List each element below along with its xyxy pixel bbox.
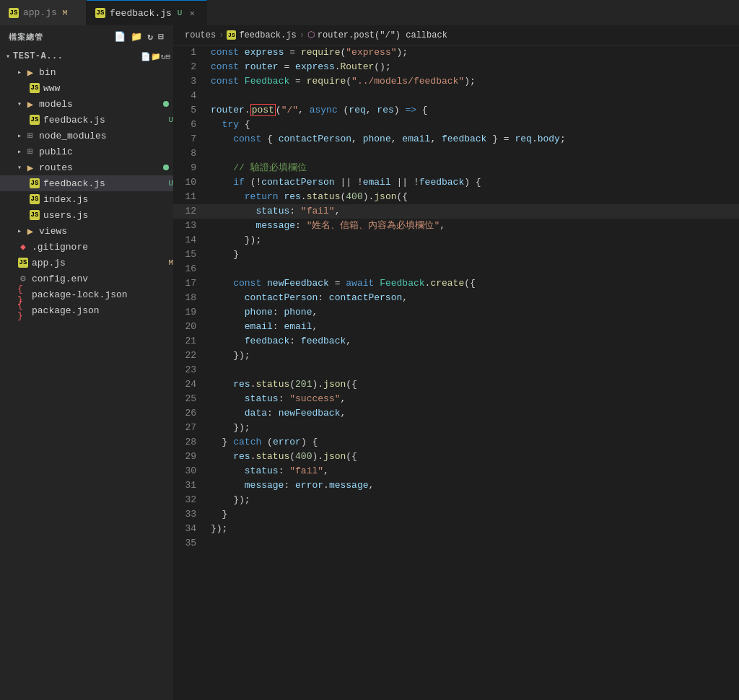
sidebar-item-views[interactable]: ▸ ▶ views	[0, 223, 173, 239]
line-content: });	[208, 493, 739, 507]
line-number: 18	[173, 291, 208, 305]
git-icon: ◆	[17, 241, 29, 253]
line-number: 34	[173, 522, 208, 536]
line-content: email: email,	[208, 320, 739, 334]
line-number: 4	[173, 89, 208, 103]
line-number: 14	[173, 233, 208, 248]
git-badge: M	[168, 258, 173, 267]
sidebar-item-www[interactable]: JS www	[0, 80, 173, 96]
sidebar-item-gitignore[interactable]: ◆ .gitignore	[0, 239, 173, 255]
json-icon: { }	[17, 289, 29, 300]
line-number: 11	[173, 190, 208, 204]
line-number: 17	[173, 276, 208, 291]
code-line: 34 });	[173, 522, 739, 536]
main-layout: 檔案總管 📄 📁 ↻ ⊟ ▾ TEST-A... 📄 📁 ↻ ⊟	[0, 25, 739, 700]
sidebar-item-label: routes	[39, 162, 163, 173]
line-number: 7	[173, 132, 208, 146]
breadcrumb-func: router.post("/") callback	[318, 30, 447, 40]
line-number: 22	[173, 349, 208, 363]
tab-label: app.js	[23, 7, 57, 18]
code-editor[interactable]: 1 const express = require("express"); 2 …	[173, 45, 739, 700]
config-icon: ⚙	[17, 273, 29, 284]
code-line: 15 }	[173, 248, 739, 262]
sidebar-item-public[interactable]: ▸ ⊞ public	[0, 144, 173, 159]
line-number: 9	[173, 161, 208, 175]
new-file-icon[interactable]: 📄	[141, 52, 151, 61]
sidebar-item-label: package.json	[32, 305, 173, 316]
sidebar-item-feedback-route[interactable]: JS feedback.js U	[0, 175, 173, 191]
line-content: res.status(201).json({	[208, 377, 739, 392]
line-content: status: "fail",	[208, 464, 739, 478]
line-number: 30	[173, 464, 208, 478]
new-folder-icon[interactable]: 📁	[151, 52, 161, 61]
line-content: res.status(400).json({	[208, 450, 739, 464]
sidebar-item-bin[interactable]: ▸ ▶ bin	[0, 64, 173, 80]
code-line: 24 res.status(201).json({	[173, 377, 739, 392]
code-line: 16	[173, 262, 739, 276]
code-line: 1 const express = require("express");	[173, 45, 739, 60]
line-number: 1	[173, 45, 208, 60]
line-number: 20	[173, 320, 208, 334]
chevron-down-icon: ▾	[17, 163, 22, 172]
code-line: 33 }	[173, 507, 739, 522]
sidebar-item-label: .gitignore	[32, 242, 173, 253]
sidebar-item-label: node_modules	[39, 131, 173, 141]
new-folder-icon[interactable]: 📁	[131, 31, 143, 43]
line-number: 25	[173, 392, 208, 406]
collapse-icon[interactable]: ⊟	[158, 31, 165, 43]
tab-app-js[interactable]: JS app.js M	[0, 0, 87, 25]
sidebar-item-label: models	[39, 99, 163, 110]
refresh-icon2[interactable]: ↻	[161, 52, 166, 61]
sidebar-title: 檔案總管	[9, 32, 43, 43]
folder-icon: ▶	[25, 162, 36, 173]
code-line: 18 contactPerson: contactPerson,	[173, 291, 739, 305]
code-line: 22 });	[173, 349, 739, 363]
code-line: 20 email: email,	[173, 320, 739, 334]
sidebar-item-label: feedback.js	[43, 115, 165, 126]
chevron-right-icon: ▸	[17, 131, 22, 140]
tab-close-button[interactable]: ✕	[186, 7, 198, 19]
line-number: 29	[173, 450, 208, 464]
sidebar-root[interactable]: ▾ TEST-A... 📄 📁 ↻ ⊟	[0, 48, 173, 64]
line-content: const express = require("express");	[208, 45, 739, 60]
git-badge: U	[168, 179, 173, 188]
new-file-icon[interactable]: 📄	[114, 31, 126, 43]
grid-icon: ⊞	[25, 130, 36, 141]
sidebar-item-feedback-model[interactable]: JS feedback.js U	[0, 112, 173, 128]
code-line: 5 router.post("/", async (req, res) => {	[173, 103, 739, 118]
sidebar-item-label: config.env	[32, 274, 173, 284]
sidebar-item-models[interactable]: ▾ ▶ models	[0, 96, 173, 112]
sidebar-item-package-json[interactable]: { } package.json	[0, 302, 173, 318]
tab-bar: JS app.js M JS feedback.js U ✕	[0, 0, 739, 25]
js-icon: JS	[227, 30, 236, 40]
sidebar-item-app-js[interactable]: JS app.js M	[0, 255, 173, 271]
line-number: 24	[173, 377, 208, 392]
code-line: 14 });	[173, 233, 739, 248]
sidebar-header-icons: 📄 📁 ↻ ⊟	[114, 31, 165, 43]
js-icon: JS	[9, 8, 19, 18]
line-number: 10	[173, 175, 208, 190]
refresh-icon[interactable]: ↻	[147, 31, 154, 43]
line-number: 32	[173, 493, 208, 507]
line-content: } catch (error) {	[208, 435, 739, 450]
code-line: 35	[173, 536, 739, 551]
line-number: 27	[173, 421, 208, 435]
line-number: 23	[173, 363, 208, 377]
sidebar-item-routes[interactable]: ▾ ▶ routes	[0, 159, 173, 175]
sidebar-item-label: app.js	[32, 258, 165, 268]
chevron-down-icon: ▾	[6, 52, 10, 61]
code-line: 31 message: error.message,	[173, 478, 739, 493]
tab-feedback-js[interactable]: JS feedback.js U ✕	[87, 0, 207, 25]
sidebar-item-users-js[interactable]: JS users.js	[0, 207, 173, 223]
js-file-icon: JS	[29, 209, 40, 221]
chevron-right-icon: ▸	[17, 227, 22, 235]
sidebar-header: 檔案總管 📄 📁 ↻ ⊟	[0, 25, 173, 48]
sidebar-item-node-modules[interactable]: ▸ ⊞ node_modules	[0, 128, 173, 144]
line-number: 2	[173, 60, 208, 74]
line-number: 5	[173, 103, 208, 118]
editor-area: routes › JS feedback.js › ⬡ router.post(…	[173, 25, 739, 700]
sidebar-item-index-js[interactable]: JS index.js	[0, 191, 173, 207]
sidebar-item-label: bin	[39, 67, 173, 78]
collapse-icon2[interactable]: ⊟	[165, 52, 170, 61]
code-line: 25 status: "success",	[173, 392, 739, 406]
